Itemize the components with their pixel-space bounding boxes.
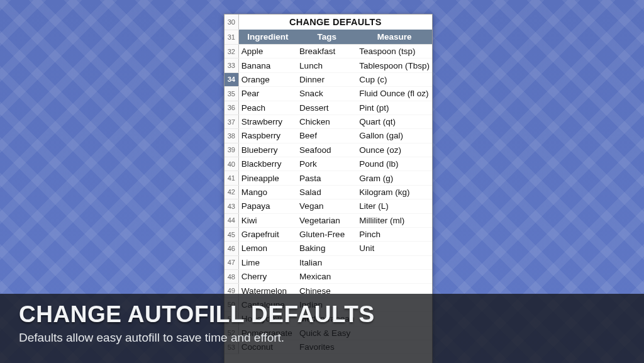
column-header[interactable]: Tags xyxy=(297,30,357,45)
cell-ingredient[interactable]: Lime xyxy=(238,255,297,269)
column-header[interactable]: Ingredient xyxy=(238,30,297,45)
cell-measure[interactable]: Gallon (gal) xyxy=(357,129,432,143)
cell-ingredient[interactable]: Grapefruit xyxy=(238,227,297,241)
cell-tag[interactable]: Breakfast xyxy=(297,45,357,59)
row-number[interactable]: 33 xyxy=(225,59,238,72)
cell-tag[interactable]: Beef xyxy=(297,129,357,143)
cell-tag[interactable]: Vegan xyxy=(297,199,357,213)
cell-measure[interactable]: Kilogram (kg) xyxy=(357,185,432,199)
cell-measure[interactable]: Unit xyxy=(357,242,432,255)
row-number[interactable]: 36 xyxy=(225,101,238,114)
row-number[interactable]: 30 xyxy=(225,14,238,30)
row-number[interactable]: 41 xyxy=(225,171,238,185)
cell-ingredient[interactable]: Blackberry xyxy=(238,157,297,171)
row-number[interactable]: 31 xyxy=(225,30,238,45)
cell-measure[interactable]: Milliliter (ml) xyxy=(357,213,432,227)
cell-ingredient[interactable]: Lemon xyxy=(238,242,297,255)
cell-tag[interactable]: Salad xyxy=(297,185,357,199)
row-number[interactable]: 43 xyxy=(225,199,238,213)
row-number[interactable]: 35 xyxy=(225,87,238,101)
row-number[interactable]: 32 xyxy=(225,45,238,59)
cell-measure[interactable]: Pinch xyxy=(357,227,432,241)
row-number[interactable]: 39 xyxy=(225,143,238,157)
cell-ingredient[interactable]: Orange xyxy=(238,72,297,86)
row-number[interactable]: 48 xyxy=(225,270,238,284)
cell-tag[interactable]: Baking xyxy=(297,242,357,255)
cell-measure[interactable]: Pound (lb) xyxy=(357,157,432,171)
caption-overlay: CHANGE AUTOFILL DEFAULTS Defaults allow … xyxy=(0,294,644,363)
cell-measure[interactable]: Pint (pt) xyxy=(357,101,432,114)
column-header[interactable]: Measure xyxy=(357,30,432,45)
cell-measure[interactable]: Gram (g) xyxy=(357,171,432,185)
cell-ingredient[interactable]: Apple xyxy=(238,45,297,59)
cell-measure[interactable] xyxy=(357,255,432,269)
sheet-title[interactable]: CHANGE DEFAULTS xyxy=(238,14,432,30)
cell-tag[interactable]: Vegetarian xyxy=(297,213,357,227)
cell-ingredient[interactable]: Raspberry xyxy=(238,129,297,143)
cell-tag[interactable]: Gluten-Free xyxy=(297,227,357,241)
cell-tag[interactable]: Mexican xyxy=(297,270,357,284)
cell-measure[interactable]: Liter (L) xyxy=(357,199,432,213)
cell-ingredient[interactable]: Strawberry xyxy=(238,114,297,128)
cell-ingredient[interactable]: Peach xyxy=(238,101,297,114)
cell-ingredient[interactable]: Mango xyxy=(238,185,297,199)
cell-measure[interactable] xyxy=(357,270,432,284)
cell-ingredient[interactable]: Pineapple xyxy=(238,171,297,185)
cell-tag[interactable]: Seafood xyxy=(297,143,357,157)
cell-tag[interactable]: Lunch xyxy=(297,59,357,72)
cell-ingredient[interactable]: Blueberry xyxy=(238,143,297,157)
caption-subtitle: Defaults allow easy autofill to save tim… xyxy=(19,331,625,345)
row-number[interactable]: 34 xyxy=(225,72,238,86)
cell-ingredient[interactable]: Kiwi xyxy=(238,213,297,227)
cell-ingredient[interactable]: Cherry xyxy=(238,270,297,284)
cell-measure[interactable]: Cup (c) xyxy=(357,72,432,86)
cell-tag[interactable]: Dinner xyxy=(297,72,357,86)
row-number[interactable]: 46 xyxy=(225,242,238,255)
cell-tag[interactable]: Pork xyxy=(297,157,357,171)
row-number[interactable]: 42 xyxy=(225,185,238,199)
cell-ingredient[interactable]: Pear xyxy=(238,87,297,101)
cell-ingredient[interactable]: Banana xyxy=(238,59,297,72)
caption-title: CHANGE AUTOFILL DEFAULTS xyxy=(19,303,625,327)
cell-tag[interactable]: Dessert xyxy=(297,101,357,114)
row-number[interactable]: 37 xyxy=(225,114,238,128)
cell-measure[interactable]: Tablespoon (Tbsp) xyxy=(357,59,432,72)
cell-measure[interactable]: Teaspoon (tsp) xyxy=(357,45,432,59)
cell-tag[interactable]: Italian xyxy=(297,255,357,269)
row-number[interactable]: 44 xyxy=(225,213,238,227)
row-number[interactable]: 40 xyxy=(225,157,238,171)
row-number[interactable]: 38 xyxy=(225,129,238,143)
row-number[interactable]: 45 xyxy=(225,227,238,241)
cell-measure[interactable]: Fluid Ounce (fl oz) xyxy=(357,87,432,101)
cell-measure[interactable]: Ounce (oz) xyxy=(357,143,432,157)
row-number[interactable]: 47 xyxy=(225,255,238,269)
cell-tag[interactable]: Snack xyxy=(297,87,357,101)
cell-tag[interactable]: Pasta xyxy=(297,171,357,185)
cell-measure[interactable]: Quart (qt) xyxy=(357,114,432,128)
cell-ingredient[interactable]: Papaya xyxy=(238,199,297,213)
cell-tag[interactable]: Chicken xyxy=(297,114,357,128)
